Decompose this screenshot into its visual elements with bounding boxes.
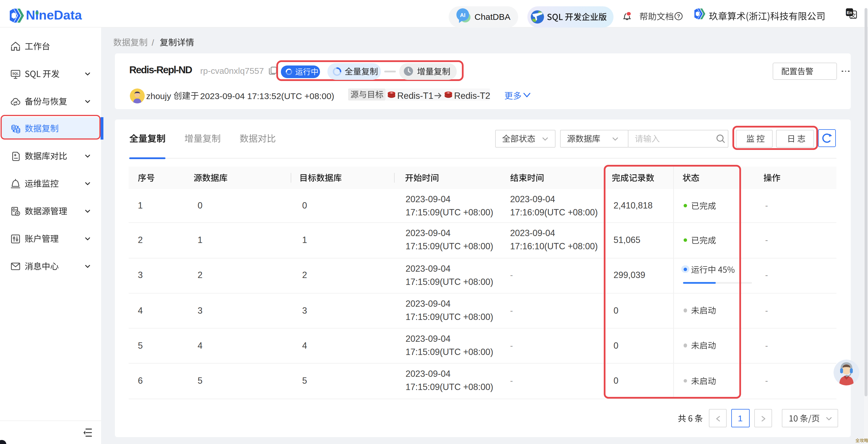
svg-text:En: En [847,10,852,15]
svg-text:SQL: SQL [12,72,19,75]
svg-text:AI: AI [460,12,466,18]
svg-text:?: ? [677,13,680,19]
